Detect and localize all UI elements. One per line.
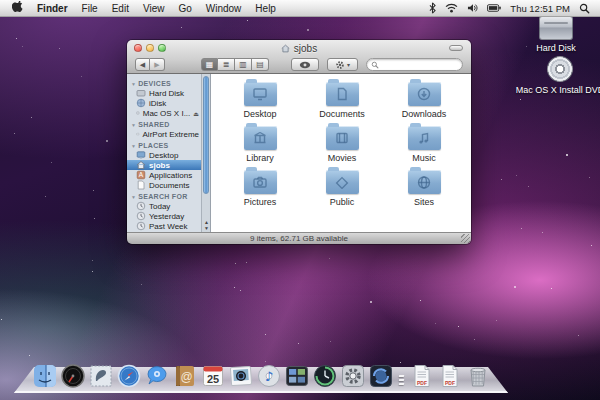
dock-ichat-icon[interactable] [144, 363, 169, 388]
quicklook-button[interactable] [291, 58, 319, 71]
folder-library[interactable]: Library [219, 123, 301, 167]
folder-label: Library [246, 153, 274, 163]
folder-icon [326, 82, 359, 106]
folder-documents[interactable]: Documents [301, 79, 383, 123]
disclosure-triangle-icon[interactable]: ▼ [131, 194, 136, 200]
battery-icon[interactable] [487, 4, 501, 12]
desktop-icon [136, 150, 146, 160]
sidebar-item-airport-extreme[interactable]: AirPort Extreme [127, 129, 201, 139]
wifi-icon[interactable] [445, 3, 458, 13]
sidebar-item-applications[interactable]: AApplications [127, 170, 201, 180]
sidebar-section-header[interactable]: ▼PLACES [127, 139, 201, 150]
sidebar-item-documents[interactable]: Documents [127, 180, 201, 190]
view-list-button[interactable]: ≣ [218, 58, 235, 71]
svg-text:PDF: PDF [417, 380, 427, 386]
back-button[interactable]: ◀ [135, 58, 150, 71]
sidebar-scrollbar[interactable]: ▲▼ [201, 74, 210, 232]
disclosure-triangle-icon[interactable]: ▼ [131, 122, 136, 128]
view-column-button[interactable]: ▥ [235, 58, 252, 71]
dock-trash-icon[interactable] [465, 363, 490, 388]
folder-music[interactable]: Music [383, 123, 465, 167]
sidebar-item-sjobs[interactable]: sjobs [127, 160, 210, 170]
spotlight-icon[interactable] [579, 3, 590, 14]
window-toolbar: ◀ ▶ ▦ ≣ ▥ ▤ ▾ [127, 55, 471, 74]
view-coverflow-button[interactable]: ▤ [252, 58, 269, 71]
disclosure-triangle-icon[interactable]: ▼ [131, 81, 136, 87]
bluetooth-icon[interactable] [429, 2, 436, 14]
dock-address-book-icon[interactable]: @ [172, 363, 197, 388]
sidebar-item-label: Applications [149, 171, 192, 180]
desktop-icon-label: Hard Disk [536, 43, 576, 53]
scrollbar-thumb[interactable] [203, 76, 209, 194]
forward-button[interactable]: ▶ [150, 58, 165, 71]
dock-spaces-icon[interactable] [284, 363, 309, 388]
sidebar-section-header[interactable]: ▼SHARED [127, 118, 201, 129]
sidebar-item-idisk[interactable]: iDisk [127, 98, 201, 108]
window-header[interactable]: sjobs ◀ ▶ ▦ ≣ ▥ ▤ ▾ [127, 40, 471, 74]
sidebar-item-label: Yesterday [149, 212, 184, 221]
apple-menu[interactable] [12, 1, 23, 16]
folder-sites[interactable]: Sites [383, 167, 465, 211]
folder-pictures[interactable]: Pictures [219, 167, 301, 211]
apple-logo-icon [12, 1, 23, 14]
folder-icon [244, 82, 277, 106]
menu-item-window[interactable]: Window [206, 3, 242, 14]
folder-public[interactable]: Public [301, 167, 383, 211]
sidebar-item-label: Desktop [149, 151, 178, 160]
menu-item-help[interactable]: Help [255, 3, 276, 14]
menu-item-edit[interactable]: Edit [112, 3, 129, 14]
dock-downloads-stack-icon[interactable]: PDF [437, 363, 462, 388]
dock-software-update-icon[interactable] [368, 363, 393, 388]
folder-view: Desktop Documents Downloads Library Movi… [211, 74, 471, 232]
view-icon-button[interactable]: ▦ [201, 58, 218, 71]
disclosure-triangle-icon[interactable]: ▼ [131, 143, 136, 149]
desktop-icon-install-dvd[interactable]: Mac OS X Install DVD [512, 56, 600, 95]
menu-item-view[interactable]: View [143, 3, 165, 14]
menu-item-file[interactable]: File [82, 3, 98, 14]
folder-label: Downloads [402, 109, 447, 119]
dock-safari-icon[interactable] [116, 363, 141, 388]
sidebar-item-past-week[interactable]: Past Week [127, 221, 201, 231]
volume-icon[interactable] [467, 3, 478, 13]
resize-grip[interactable] [461, 234, 470, 243]
dock-itunes-icon[interactable]: ♪ [256, 363, 281, 388]
dvd-icon [547, 56, 573, 82]
menu-clock[interactable]: Thu 12:51 PM [510, 3, 570, 14]
clock-icon [136, 201, 146, 211]
dock-mail-icon[interactable] [88, 363, 113, 388]
finder-window: sjobs ◀ ▶ ▦ ≣ ▥ ▤ ▾ [127, 40, 471, 244]
dock-documents-stack-icon[interactable]: PDF [409, 363, 434, 388]
eject-icon[interactable]: ⏏ [193, 110, 199, 117]
sites-glyph-icon [408, 170, 441, 194]
folder-label: Pictures [244, 197, 277, 207]
svg-text:PDF: PDF [445, 380, 455, 386]
gear-icon [335, 60, 345, 70]
action-menu-button[interactable]: ▾ [327, 58, 358, 71]
scrollbar-arrows[interactable]: ▲▼ [202, 219, 211, 231]
dock-dashboard-icon[interactable] [60, 363, 85, 388]
menu-item-go[interactable]: Go [178, 3, 191, 14]
dock-finder-icon[interactable] [32, 363, 57, 388]
desktop-icon-hard-disk[interactable]: Hard Disk [508, 16, 600, 53]
dock-system-preferences-icon[interactable] [340, 363, 365, 388]
sidebar-item-label: Today [149, 202, 170, 211]
dock-time-machine-icon[interactable] [312, 363, 337, 388]
sidebar-item-yesterday[interactable]: Yesterday [127, 211, 201, 221]
sidebar-item-today[interactable]: Today [127, 201, 201, 211]
sidebar-section-header[interactable]: ▼SEARCH FOR [127, 190, 201, 201]
toolbar-toggle-pill[interactable] [449, 45, 463, 51]
airport-icon [136, 129, 140, 139]
status-text: 9 items, 62.71 GB available [250, 234, 348, 243]
menu-item-finder[interactable]: Finder [37, 3, 68, 14]
search-field[interactable] [366, 58, 463, 71]
dock-ical-icon[interactable]: 25 [200, 363, 225, 388]
document-glyph-icon [326, 82, 359, 106]
folder-movies[interactable]: Movies [301, 123, 383, 167]
folder-downloads[interactable]: Downloads [383, 79, 465, 123]
sidebar-item-desktop[interactable]: Desktop [127, 150, 201, 160]
sidebar-item-mac-os-x-i-[interactable]: Mac OS X I...⏏ [127, 108, 201, 118]
sidebar-item-hard-disk[interactable]: Hard Disk [127, 88, 201, 98]
folder-desktop[interactable]: Desktop [219, 79, 301, 123]
sidebar-section-header[interactable]: ▼DEVICES [127, 77, 201, 88]
dock-iphoto-icon[interactable] [228, 363, 253, 388]
